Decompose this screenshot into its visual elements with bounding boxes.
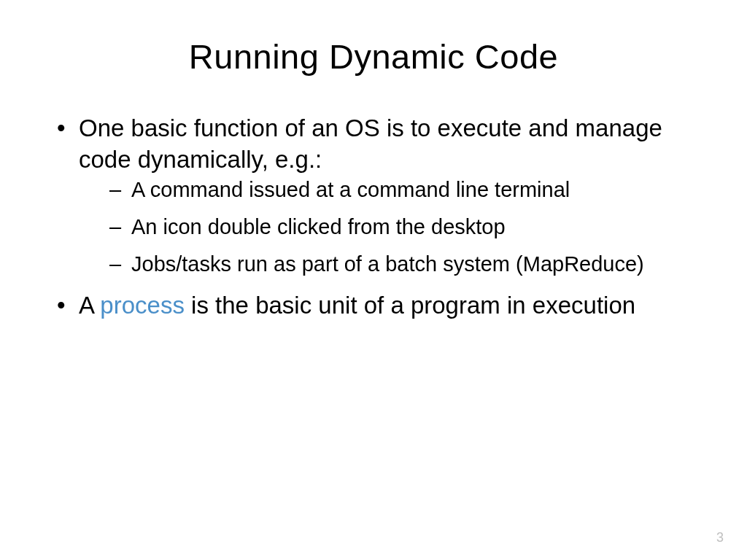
slide-title: Running Dynamic Code <box>51 36 696 77</box>
slide-content: One basic function of an OS is to execut… <box>51 113 696 322</box>
sub-bullet-item: Jobs/tasks run as part of a batch system… <box>79 250 696 279</box>
sub-bullet-item: An icon double clicked from the desktop <box>79 213 696 241</box>
bullet-list: One basic function of an OS is to execut… <box>51 113 696 322</box>
sub-bullet-list: A command issued at a command line termi… <box>79 176 696 279</box>
bullet-text: One basic function of an OS is to execut… <box>79 114 662 173</box>
highlight-term: process <box>100 292 185 319</box>
bullet-item: One basic function of an OS is to execut… <box>51 113 696 279</box>
page-number: 3 <box>716 530 724 545</box>
bullet-item: A process is the basic unit of a program… <box>51 290 696 322</box>
bullet-text-post: is the basic unit of a program in execut… <box>185 292 635 319</box>
slide: Running Dynamic Code One basic function … <box>0 0 747 560</box>
bullet-text-pre: A <box>79 292 100 319</box>
sub-bullet-item: A command issued at a command line termi… <box>79 176 696 204</box>
